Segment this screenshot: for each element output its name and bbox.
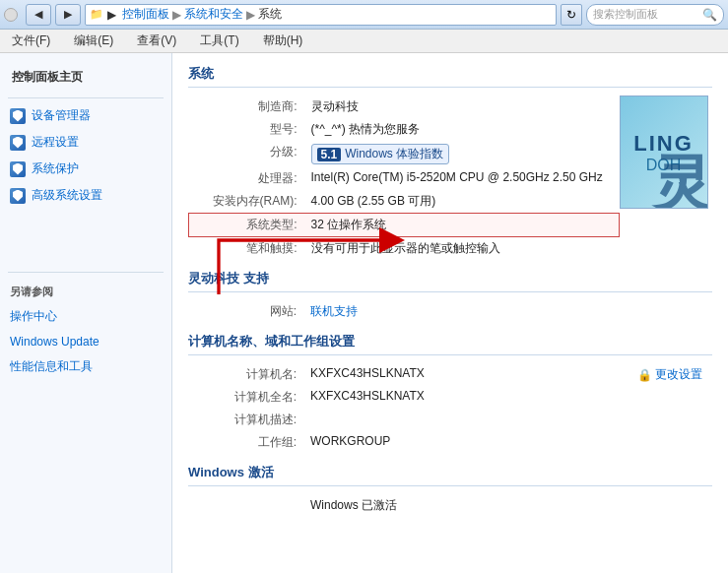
sidebar-item-advanced[interactable]: 高级系统设置 [0,182,171,209]
activation-section-title: Windows 激活 [188,464,712,486]
comp-name-row: 计算机名: KXFXC43HSLKNATX 🔒 更改设置 [188,363,712,386]
sidebar-home[interactable]: 控制面板主页 [0,63,171,94]
workgroup-label: 工作组: [188,431,306,454]
website-row: 网站: 联机支持 [188,300,712,323]
main-layout: 控制面板主页 设备管理器 远程设置 系统保护 高级系统设置 [0,53,728,573]
brand-char: 灵 [653,154,708,209]
sidebar-label-device-manager: 设备管理器 [32,107,91,124]
model-label: 型号: [189,118,307,141]
sidebar-label-remote: 远程设置 [32,134,79,151]
change-icon: 🔒 [637,368,652,382]
sidebar-label-update: Windows Update [10,335,99,349]
menu-file[interactable]: 文件(F) [8,31,54,51]
address-system: 系统 [258,6,282,23]
activation-status-label [188,494,306,517]
change-label: 更改设置 [655,366,702,383]
menu-bar: 文件(F) 编辑(E) 查看(V) 工具(T) 帮助(H) [0,30,728,53]
sidebar-windows-update[interactable]: Windows Update [0,330,171,353]
content-wrapper: 系统 制造商: 灵动科技 LING [188,65,712,517]
forward-button[interactable]: ▶ [55,4,81,26]
support-link[interactable]: 联机支持 [310,304,358,318]
menu-view[interactable]: 查看(V) [133,31,180,51]
comp-name-label: 计算机名: [188,363,306,386]
content-area: 系统 制造商: 灵动科技 LING [172,53,728,573]
windows-score-badge[interactable]: 5.1 Windows 体验指数 [311,144,450,164]
support-table: 网站: 联机支持 [188,300,712,323]
activation-status-value: Windows 已激活 [306,494,712,517]
comp-desc-value [306,409,633,431]
rating-label: 分级: [189,141,307,167]
computer-table: 计算机名: KXFXC43HSLKNATX 🔒 更改设置 计算机全名: KXFX… [188,363,712,454]
brand-logo: LING DOH 灵 [620,96,708,209]
folder-icon: 📁 [90,8,103,21]
sep1: ▶ [172,8,181,22]
sys-type-value: 32 位操作系统 [307,214,620,237]
sidebar-label-action: 操作中心 [10,308,57,325]
address-security[interactable]: 系统和安全 [184,6,243,23]
score-text: Windows 体验指数 [345,146,443,162]
sidebar-divider2 [8,272,164,273]
comp-desc-label: 计算机描述: [188,409,306,431]
sidebar: 控制面板主页 设备管理器 远程设置 系统保护 高级系统设置 [0,53,172,573]
sys-type-label: 系统类型: [189,214,307,237]
also-see-label: 另请参阅 [0,277,171,303]
sidebar-label-protection: 系统保护 [32,160,79,177]
ram-label: 安装内存(RAM): [189,190,307,214]
menu-edit[interactable]: 编辑(E) [70,31,117,51]
rating-value: 5.1 Windows 体验指数 [307,141,620,167]
pen-value: 没有可用于此显示器的笔或触控输入 [307,237,620,261]
address-part1: ▶ [107,8,116,22]
processor-value: Intel(R) Core(TM) i5-2520M CPU @ 2.50GHz… [307,167,620,190]
comp-fullname-value: KXFXC43HSLKNATX [306,386,633,409]
pen-label: 笔和触摸: [189,237,307,261]
sidebar-performance[interactable]: 性能信息和工具 [0,353,171,380]
search-icon: 🔍 [702,8,717,22]
change-settings-link[interactable]: 🔒 更改设置 [637,366,708,383]
workgroup-value: WORKGROUP [306,431,633,454]
computer-section-title: 计算机名称、域和工作组设置 [188,333,712,355]
address-bar[interactable]: 📁 ▶ 控制面板 ▶ 系统和安全 ▶ 系统 [85,4,557,26]
sidebar-action-center[interactable]: 操作中心 [0,303,171,330]
sidebar-divider [8,97,164,98]
device-manager-icon [10,108,26,124]
window-btn[interactable] [4,8,18,22]
address-control-panel[interactable]: 控制面板 [122,6,169,23]
search-bar[interactable]: 搜索控制面板 🔍 [586,4,724,26]
model-value: (*^_^*) 热情为您服务 [307,118,620,141]
back-button[interactable]: ◀ [26,4,51,26]
title-bar: ◀ ▶ 📁 ▶ 控制面板 ▶ 系统和安全 ▶ 系统 ↻ 搜索控制面板 🔍 [0,0,728,30]
advanced-icon [10,188,26,204]
sidebar-item-protection[interactable]: 系统保护 [0,156,171,182]
website-link[interactable]: 联机支持 [306,300,712,323]
website-label: 网站: [188,300,306,323]
manufacturer-label: 制造商: [189,96,307,118]
remote-icon [10,135,26,151]
search-placeholder: 搜索控制面板 [593,7,658,22]
refresh-button[interactable]: ↻ [561,4,582,26]
score-number: 5.1 [317,148,342,161]
sidebar-item-device-manager[interactable]: 设备管理器 [0,102,171,129]
support-section-title: 灵动科技 支持 [188,270,712,292]
processor-label: 处理器: [189,167,307,190]
sidebar-label-advanced: 高级系统设置 [32,187,102,204]
activation-row: Windows 已激活 [188,494,712,517]
activation-table: Windows 已激活 [188,494,712,517]
sep2: ▶ [246,8,255,22]
comp-fullname-label: 计算机全名: [188,386,306,409]
menu-help[interactable]: 帮助(H) [259,31,307,51]
comp-name-value: KXFXC43HSLKNATX [306,363,633,386]
system-section-title: 系统 [188,65,712,88]
menu-tools[interactable]: 工具(T) [196,31,242,51]
pen-row: 笔和触摸: 没有可用于此显示器的笔或触控输入 [189,237,713,261]
window-controls [4,8,18,22]
manufacturer-value: 灵动科技 [307,96,620,118]
system-info-table: 制造商: 灵动科技 LING DOH 灵 型号: (*^_^*) 热情为您服务 [188,96,712,260]
manufacturer-row: 制造商: 灵动科技 LING DOH 灵 [189,96,713,118]
ram-value: 4.00 GB (2.55 GB 可用) [307,190,620,214]
sidebar-label-performance: 性能信息和工具 [10,358,93,375]
sidebar-item-remote[interactable]: 远程设置 [0,129,171,156]
protection-icon [10,161,26,177]
